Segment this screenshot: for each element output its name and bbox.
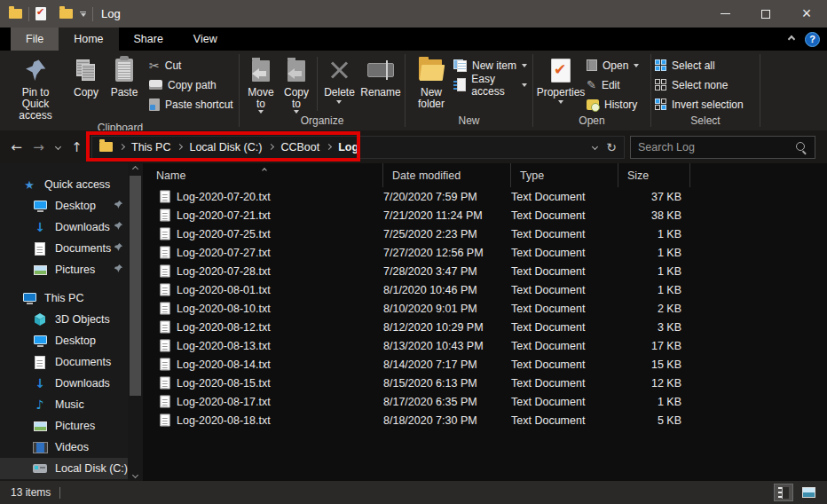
pin-icon bbox=[114, 242, 123, 255]
sidebar-item-documents[interactable]: Documents bbox=[0, 238, 143, 259]
breadcrumb-local-disk[interactable]: Local Disk (C:) bbox=[187, 141, 264, 154]
pin-to-quick-access-button[interactable]: Pin to Quick access bbox=[4, 53, 67, 122]
breadcrumb[interactable]: This PC Local Disk (C:) CCBoot Log ↻ bbox=[91, 136, 625, 159]
scroll-up-icon[interactable] bbox=[128, 163, 143, 175]
open-icon bbox=[587, 59, 597, 71]
scroll-down-icon[interactable] bbox=[128, 469, 143, 481]
file-row[interactable]: Log-2020-08-18.txt 8/18/2020 7:30 PM Tex… bbox=[143, 411, 827, 429]
sidebar-item-pc-pictures[interactable]: Pictures bbox=[0, 415, 143, 437]
history-button[interactable]: History bbox=[587, 97, 639, 112]
file-row[interactable]: Log-2020-07-21.txt 7/21/2020 11:24 PM Te… bbox=[143, 206, 827, 224]
back-button[interactable]: ← bbox=[5, 136, 28, 159]
tab-view[interactable]: View bbox=[178, 28, 232, 51]
file-row[interactable]: Log-2020-08-12.txt 8/12/2020 10:29 PM Te… bbox=[143, 318, 827, 336]
column-header-date-modified[interactable]: Date modified bbox=[383, 163, 511, 187]
details-view-button[interactable] bbox=[774, 484, 793, 501]
breadcrumb-ccboot[interactable]: CCBoot bbox=[279, 141, 321, 154]
file-type: Text Document bbox=[511, 414, 618, 427]
sidebar-item-pc-downloads[interactable]: ↓ Downloads bbox=[0, 373, 143, 394]
properties-quick-icon[interactable]: ✔ bbox=[35, 7, 46, 20]
rename-button[interactable]: Rename bbox=[358, 53, 403, 114]
copy-path-icon bbox=[149, 80, 162, 90]
breadcrumb-log[interactable]: Log bbox=[336, 141, 360, 154]
sidebar-scrollbar[interactable] bbox=[128, 163, 143, 481]
easy-access-button[interactable]: Easy access bbox=[453, 77, 527, 92]
copy-button[interactable]: Copy bbox=[67, 53, 105, 122]
sidebar-item-pictures[interactable]: Pictures bbox=[0, 259, 143, 280]
invert-selection-button[interactable]: Invert selection bbox=[655, 97, 744, 112]
tab-file[interactable]: File bbox=[11, 28, 59, 51]
file-row[interactable]: Log-2020-08-13.txt 8/13/2020 10:43 PM Te… bbox=[143, 336, 827, 355]
sidebar-item-downloads[interactable]: ↓ Downloads bbox=[0, 217, 143, 238]
cut-button[interactable]: ✂ Cut bbox=[149, 58, 233, 73]
file-row[interactable]: Log-2020-08-17.txt 8/17/2020 6:35 PM Tex… bbox=[143, 392, 827, 411]
group-separator bbox=[760, 54, 760, 127]
maximize-button[interactable] bbox=[745, 0, 786, 28]
new-folder-button[interactable]: New folder bbox=[411, 53, 452, 114]
tab-share[interactable]: Share bbox=[119, 28, 178, 51]
maximize-icon bbox=[761, 10, 770, 19]
minimize-button[interactable] bbox=[705, 0, 745, 28]
column-header-type[interactable]: Type bbox=[511, 163, 618, 187]
new-folder-quick-icon[interactable] bbox=[59, 9, 73, 19]
delete-button[interactable]: Delete bbox=[320, 53, 358, 114]
file-type: Text Document bbox=[511, 396, 618, 408]
sidebar-item-quick-access[interactable]: ★ Quick access bbox=[0, 174, 143, 195]
monitor-icon bbox=[32, 335, 48, 347]
select-all-button[interactable]: Select all bbox=[655, 58, 744, 73]
select-none-button[interactable]: Select none bbox=[655, 77, 744, 92]
sidebar-item-3d-objects[interactable]: 3D Objects bbox=[0, 309, 143, 330]
star-icon: ★ bbox=[21, 178, 37, 192]
column-header-size[interactable]: Size bbox=[618, 163, 690, 187]
help-icon[interactable]: ? bbox=[805, 32, 820, 47]
copy-path-button[interactable]: Copy path bbox=[149, 77, 233, 92]
search-input[interactable] bbox=[638, 141, 795, 154]
refresh-icon[interactable]: ↻ bbox=[606, 140, 617, 154]
up-button[interactable]: ↑ bbox=[66, 136, 88, 159]
tab-home[interactable]: Home bbox=[59, 28, 118, 51]
sidebar-item-videos[interactable]: Videos bbox=[0, 437, 143, 458]
move-to-button[interactable]: Move to bbox=[243, 53, 279, 114]
sidebar-item-music[interactable]: ♪ Music bbox=[0, 394, 143, 415]
address-dropdown-icon[interactable] bbox=[592, 144, 598, 150]
file-name: Log-2020-08-14.txt bbox=[177, 358, 271, 371]
copy-to-button[interactable]: Copy to bbox=[279, 53, 314, 114]
open-button[interactable]: Open bbox=[587, 58, 639, 73]
scrollbar-thumb[interactable] bbox=[130, 176, 141, 396]
file-row[interactable]: Log-2020-07-25.txt 7/25/2020 2:23 PM Tex… bbox=[143, 224, 827, 243]
recent-locations-button[interactable] bbox=[50, 136, 66, 159]
sidebar-item-local-disk-c[interactable]: Local Disk (C:) bbox=[0, 458, 143, 479]
sidebar-item-this-pc[interactable]: This PC bbox=[0, 287, 143, 309]
sidebar-item-pc-desktop[interactable]: Desktop bbox=[0, 330, 143, 351]
search-icon[interactable] bbox=[795, 141, 807, 154]
file-row[interactable]: Log-2020-07-20.txt 7/20/2020 7:59 PM Tex… bbox=[143, 187, 827, 206]
file-name: Log-2020-08-15.txt bbox=[177, 377, 271, 390]
customize-toolbar-icon[interactable] bbox=[80, 12, 86, 17]
collapse-ribbon-icon[interactable] bbox=[788, 35, 795, 43]
file-row[interactable]: Log-2020-08-14.txt 8/14/2020 7:17 PM Tex… bbox=[143, 355, 827, 374]
picture-icon bbox=[32, 421, 48, 431]
file-row[interactable]: Log-2020-08-10.txt 8/10/2020 9:01 PM Tex… bbox=[143, 299, 827, 318]
breadcrumb-this-pc[interactable]: This PC bbox=[130, 141, 172, 154]
sidebar-item-desktop[interactable]: Desktop bbox=[0, 195, 143, 217]
forward-button[interactable]: → bbox=[28, 136, 50, 159]
file-row[interactable]: Log-2020-08-15.txt 8/15/2020 6:13 PM Tex… bbox=[143, 374, 827, 392]
location-folder-icon[interactable] bbox=[99, 142, 113, 152]
properties-button[interactable]: ✔ Properties bbox=[535, 53, 587, 114]
file-row[interactable]: Log-2020-08-01.txt 8/1/2020 10:46 PM Tex… bbox=[143, 280, 827, 299]
new-item-button[interactable]: New item bbox=[453, 58, 527, 73]
file-row[interactable]: Log-2020-07-27.txt 7/27/2020 12:56 PM Te… bbox=[143, 243, 827, 262]
new-folder-icon bbox=[419, 56, 444, 84]
text-file-icon bbox=[161, 321, 170, 334]
file-row[interactable]: Log-2020-07-28.txt 7/28/2020 3:47 PM Tex… bbox=[143, 262, 827, 280]
edit-button[interactable]: ✎ Edit bbox=[587, 77, 639, 92]
paste-button[interactable]: Paste bbox=[105, 53, 144, 122]
file-size: 12 KB bbox=[618, 377, 690, 390]
close-button[interactable]: × bbox=[786, 0, 827, 28]
group-select: Select all Select none Invert selection … bbox=[653, 51, 758, 130]
sidebar-item-pc-documents[interactable]: Documents bbox=[0, 351, 143, 373]
thumbnails-view-button[interactable] bbox=[799, 484, 818, 501]
paste-shortcut-button[interactable]: Paste shortcut bbox=[149, 97, 233, 112]
properties-icon: ✔ bbox=[551, 56, 571, 84]
file-type: Text Document bbox=[511, 303, 618, 315]
